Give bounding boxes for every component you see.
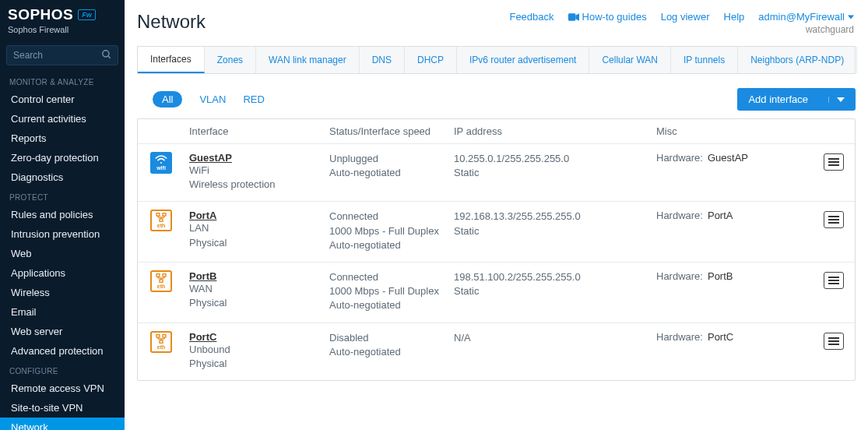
interface-kind: Wireless protection [189, 178, 329, 192]
help-link[interactable]: Help [724, 11, 745, 23]
tab-dynamic-dns[interactable]: Dynamic DNS [857, 47, 868, 73]
tab-cellular-wan[interactable]: Cellular WAN [589, 47, 671, 73]
tab-wan-link-manager[interactable]: WAN link manager [256, 47, 360, 73]
svg-rect-23 [160, 340, 163, 343]
filter-red[interactable]: RED [243, 93, 264, 105]
row-menu-button[interactable] [824, 333, 844, 350]
ip-mode: Static [454, 284, 656, 298]
tab-dhcp[interactable]: DHCP [405, 47, 457, 73]
sidebar-item-site-to-site-vpn[interactable]: Site-to-site VPN [0, 398, 125, 418]
sidebar-item-reports[interactable]: Reports [0, 129, 125, 148]
row-menu-button[interactable] [824, 211, 844, 228]
howto-link[interactable]: How-to guides [568, 11, 647, 23]
tab-dns[interactable]: DNS [360, 47, 405, 73]
svg-rect-8 [163, 213, 166, 216]
brand: SOPHOS Fw Sophos Firewall [0, 0, 125, 39]
svg-rect-2 [568, 13, 575, 20]
svg-rect-15 [163, 274, 166, 277]
sidebar-item-remote-access-vpn[interactable]: Remote access VPN [0, 379, 125, 398]
sidebar-item-applications[interactable]: Applications [0, 263, 125, 283]
status-line: Auto-negotiated [329, 345, 454, 359]
status-line: 1000 Mbps - Full Duplex [329, 284, 454, 298]
interface-name-link[interactable]: GuestAP [189, 152, 329, 164]
svg-rect-21 [156, 334, 160, 337]
hw-value: PortC [708, 331, 733, 343]
filter-vlan[interactable]: VLAN [199, 93, 226, 105]
tab-ip-tunnels[interactable]: IP tunnels [671, 47, 738, 73]
logviewer-link[interactable]: Log viewer [661, 11, 710, 23]
status-line: 1000 Mbps - Full Duplex [329, 224, 454, 238]
status-line: Connected [329, 210, 454, 224]
row-menu-button[interactable] [824, 153, 844, 171]
sidebar-item-control-center[interactable]: Control center [0, 90, 125, 109]
tab-zones[interactable]: Zones [205, 47, 256, 73]
filters: All VLAN RED [137, 91, 265, 108]
sidebar-item-zero-day-protection[interactable]: Zero-day protection [0, 148, 125, 167]
tab-ipv6-router-advertisement[interactable]: IPv6 router advertisement [457, 47, 589, 73]
hw-label: Hardware: [656, 270, 703, 282]
row-menu-button[interactable] [824, 272, 844, 289]
table-row: ethPortALANPhysicalConnected1000 Mbps - … [138, 201, 855, 262]
sidebar-item-advanced-protection[interactable]: Advanced protection [0, 341, 125, 361]
sidebar-item-intrusion-prevention[interactable]: Intrusion prevention [0, 224, 125, 244]
sidebar-item-email[interactable]: Email [0, 302, 125, 322]
hw-label: Hardware: [656, 152, 703, 164]
svg-point-6 [160, 162, 162, 164]
tab-neighbors-arp-ndp-[interactable]: Neighbors (ARP-NDP) [738, 47, 857, 73]
sidebar-item-web[interactable]: Web [0, 244, 125, 263]
content: All VLAN RED Add interface Interface Sta… [125, 74, 868, 430]
interface-zone: WiFi [189, 164, 329, 178]
sidebar-item-diagnostics[interactable]: Diagnostics [0, 167, 125, 187]
status-line: Unplugged [329, 152, 454, 166]
hw-value: PortA [708, 210, 733, 221]
sidebar-item-current-activities[interactable]: Current activities [0, 109, 125, 129]
sidebar-item-wireless[interactable]: Wireless [0, 283, 125, 302]
search-box [6, 45, 118, 65]
page-title: Network [137, 11, 206, 33]
sidebar-item-web-server[interactable]: Web server [0, 322, 125, 341]
table-row: wifiGuestAPWiFiWireless protectionUnplug… [138, 143, 855, 201]
interface-kind: Physical [189, 236, 329, 250]
ip-address: 198.51.100.2/255.255.255.0 [454, 270, 656, 284]
svg-marker-3 [575, 13, 579, 20]
feedback-link[interactable]: Feedback [509, 11, 553, 23]
ethernet-icon: eth [150, 331, 172, 353]
status-line: Auto-negotiated [329, 238, 454, 252]
ip-address: 10.255.0.1/255.255.255.0 [454, 152, 656, 166]
interface-name-link[interactable]: PortC [189, 331, 329, 343]
sidebar-item-rules-and-policies[interactable]: Rules and policies [0, 205, 125, 224]
search-icon[interactable] [101, 49, 112, 60]
hw-value: PortB [708, 270, 733, 282]
interface-name-link[interactable]: PortA [189, 210, 329, 221]
interface-zone: LAN [189, 221, 329, 235]
add-interface-button[interactable]: Add interface [737, 88, 856, 111]
brand-badge: Fw [78, 9, 96, 20]
nav-header: CONFIGURE [0, 361, 125, 379]
th-interface: Interface [189, 125, 329, 137]
svg-rect-22 [163, 334, 166, 337]
table-header: Interface Status/Interface speed IP addr… [138, 119, 855, 143]
camera-icon [568, 13, 579, 21]
interface-kind: Physical [189, 357, 329, 371]
account-menu[interactable]: admin@MyFirewall [758, 11, 854, 23]
svg-rect-14 [156, 274, 160, 277]
th-misc: Misc [656, 125, 824, 137]
sidebar: SOPHOS Fw Sophos Firewall MONITOR & ANAL… [0, 0, 125, 430]
svg-line-1 [108, 56, 111, 58]
svg-marker-4 [848, 15, 854, 19]
interface-zone: WAN [189, 282, 329, 296]
ip-address: N/A [454, 331, 656, 345]
interfaces-table: Interface Status/Interface speed IP addr… [137, 118, 856, 381]
status-line: Auto-negotiated [329, 298, 454, 312]
svg-point-0 [103, 51, 109, 57]
hw-value: GuestAP [708, 152, 748, 164]
tab-interfaces[interactable]: Interfaces [138, 47, 205, 73]
wifi-icon: wifi [150, 152, 172, 174]
hw-label: Hardware: [656, 331, 703, 343]
interface-name-link[interactable]: PortB [189, 270, 329, 282]
hw-label: Hardware: [656, 210, 703, 221]
filter-all[interactable]: All [153, 91, 182, 108]
sidebar-item-network[interactable]: Network [0, 418, 125, 430]
tenant-label: watchguard [806, 24, 854, 35]
ip-address: 192.168.13.3/255.255.255.0 [454, 210, 656, 224]
